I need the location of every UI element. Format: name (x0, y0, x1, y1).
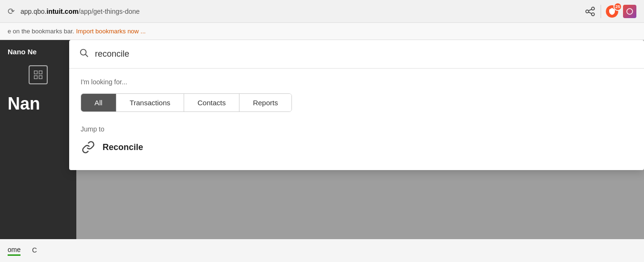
brave-count: 25 (615, 4, 620, 9)
bookmarks-text: e on the bookmarks bar. (8, 28, 74, 35)
search-bar (69, 40, 644, 69)
browser-bar: ⟳ app.qbo.intuit.com/app/get-things-done… (0, 0, 644, 23)
jump-to-label: Jump to (81, 125, 633, 133)
svg-rect-0 (34, 71, 37, 74)
url-domain: intuit.com (47, 8, 79, 15)
svg-rect-1 (39, 71, 42, 74)
search-input[interactable] (95, 49, 634, 59)
looking-for-label: I'm looking for... (81, 78, 633, 86)
bottom-tab-home[interactable]: ome (8, 246, 21, 256)
svg-line-5 (85, 54, 88, 57)
qbo-sidebar: Nano Ne Nan (0, 40, 76, 262)
reconcile-icon (81, 140, 96, 155)
filter-tabs: All Transactions Contacts Reports (81, 93, 292, 112)
divider (601, 5, 601, 18)
search-body: I'm looking for... All Transactions Cont… (69, 69, 644, 170)
url-prefix: app.qbo. (21, 8, 47, 15)
bookmarks-bar: e on the bookmarks bar. Import bookmarks… (0, 23, 644, 40)
company-big-title: Nan (4, 94, 73, 114)
browser-url: app.qbo.intuit.com/app/get-things-done (21, 8, 579, 15)
brave-button[interactable]: 25 (606, 5, 618, 18)
filter-tab-reports[interactable]: Reports (239, 94, 291, 111)
filter-tab-contacts[interactable]: Contacts (184, 94, 239, 111)
filter-tab-transactions[interactable]: Transactions (116, 94, 184, 111)
svg-point-4 (81, 50, 86, 55)
svg-rect-2 (34, 76, 37, 79)
browser-actions: 25 (584, 5, 636, 18)
bottom-nav: ome C (0, 239, 644, 262)
svg-rect-3 (39, 76, 42, 79)
result-item-reconcile[interactable]: Reconcile (81, 140, 633, 155)
filter-tab-all[interactable]: All (81, 94, 116, 111)
tab-icon: ⟳ (8, 6, 15, 17)
url-path: /app/get-things-done (78, 8, 139, 15)
app-background: Nano Ne Nan ome C (0, 40, 644, 262)
search-modal: I'm looking for... All Transactions Cont… (69, 40, 644, 170)
nav-icon (29, 65, 48, 84)
company-name: Nano Ne (4, 46, 73, 58)
result-label: Reconcile (103, 142, 143, 152)
bottom-tab-c[interactable]: C (32, 246, 37, 255)
search-icon (79, 48, 89, 60)
import-bookmarks-link[interactable]: Import bookmarks now ... (76, 28, 145, 35)
browser-extra-icon[interactable] (623, 5, 636, 18)
share-icon[interactable] (584, 6, 596, 17)
